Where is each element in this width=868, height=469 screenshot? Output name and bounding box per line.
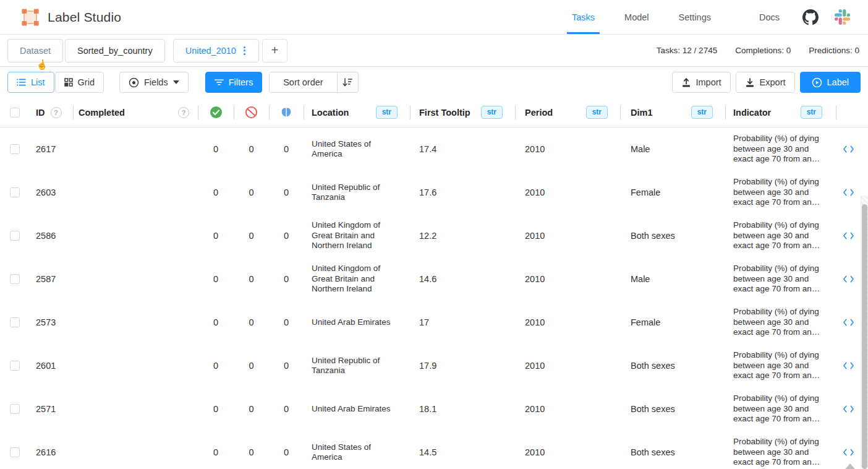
tab-sorted-by-country[interactable]: Sorted_by_country bbox=[65, 39, 165, 62]
table-row[interactable]: 2571 0 0 0 United Arab Emirates 18.1 201… bbox=[0, 387, 868, 431]
column-indicator[interactable]: Indicator bbox=[733, 108, 771, 118]
dim1-value: Female bbox=[620, 171, 725, 214]
nav-tasks[interactable]: Tasks bbox=[557, 0, 610, 34]
table-row[interactable]: 2586 0 0 0 United Kingdom of Great Brita… bbox=[0, 214, 868, 257]
table-row[interactable]: 2601 0 0 0 United Republic of Tanzania 1… bbox=[0, 344, 868, 387]
column-annotations[interactable] bbox=[198, 98, 234, 127]
row-checkbox[interactable] bbox=[10, 231, 20, 241]
app-title: Label Studio bbox=[48, 10, 121, 25]
scrollbar-thumb[interactable] bbox=[862, 204, 867, 469]
list-view-button[interactable]: List bbox=[7, 72, 54, 93]
period-value: 2010 bbox=[515, 301, 620, 344]
task-id: 2573 bbox=[30, 301, 73, 344]
fields-button[interactable]: Fields bbox=[119, 72, 189, 93]
sort-order-button[interactable]: Sort order bbox=[270, 72, 336, 92]
indicator-value: Probability (%) of dying between age 30 … bbox=[733, 437, 822, 467]
help-icon[interactable]: ? bbox=[178, 107, 189, 118]
show-source-button[interactable] bbox=[836, 214, 861, 257]
indicator-value: Probability (%) of dying between age 30 … bbox=[733, 177, 822, 207]
github-link[interactable] bbox=[794, 0, 827, 34]
slack-link[interactable] bbox=[827, 0, 858, 34]
code-icon bbox=[843, 145, 854, 153]
row-checkbox[interactable] bbox=[10, 317, 20, 327]
filters-button[interactable]: Filters bbox=[205, 72, 262, 93]
indicator-value: Probability (%) of dying between age 30 … bbox=[733, 134, 822, 164]
row-checkbox[interactable] bbox=[10, 404, 20, 414]
export-button[interactable]: Export bbox=[736, 72, 795, 93]
row-checkbox[interactable] bbox=[10, 144, 20, 154]
column-location[interactable]: Location bbox=[312, 108, 349, 118]
cancelled-count: 0 bbox=[234, 431, 269, 469]
table-row[interactable]: 2573 0 0 0 United Arab Emirates 17 2010 … bbox=[0, 301, 868, 344]
show-source-button[interactable] bbox=[836, 171, 861, 214]
tab-dataset[interactable]: Dataset ☝ bbox=[7, 39, 63, 62]
row-checkbox[interactable] bbox=[10, 187, 20, 197]
tab-menu-kebab-icon[interactable] bbox=[242, 45, 247, 56]
show-source-button[interactable] bbox=[836, 387, 861, 431]
indicator-value: Probability (%) of dying between age 30 … bbox=[733, 220, 822, 251]
column-completed[interactable]: Completed bbox=[79, 108, 125, 118]
import-button[interactable]: Import bbox=[672, 72, 731, 93]
select-all-checkbox[interactable] bbox=[10, 108, 20, 118]
table-header: ID ? Completed ? Location bbox=[0, 98, 868, 127]
tab-united-2010[interactable]: United_2010 bbox=[173, 39, 259, 62]
dim1-value: Male bbox=[620, 127, 725, 171]
github-icon bbox=[802, 9, 819, 25]
table-row[interactable]: 2603 0 0 0 United Republic of Tanzania 1… bbox=[0, 171, 868, 214]
first-tooltip-value: 14.6 bbox=[410, 257, 515, 301]
column-first-tooltip[interactable]: First Tooltip bbox=[419, 108, 470, 118]
completed-value bbox=[73, 257, 198, 301]
cancelled-count: 0 bbox=[234, 301, 269, 344]
type-badge-str: str bbox=[481, 106, 503, 119]
code-icon bbox=[843, 275, 854, 283]
vertical-scrollbar[interactable] bbox=[861, 196, 868, 469]
sort-direction-button[interactable] bbox=[337, 72, 358, 92]
code-icon bbox=[843, 232, 854, 239]
column-period[interactable]: Period bbox=[525, 108, 553, 118]
predictions-count: 0 bbox=[269, 344, 304, 387]
task-id: 2601 bbox=[30, 344, 73, 387]
column-id[interactable]: ID bbox=[36, 108, 45, 118]
location-value: United Kingdom of Great Britain and Nort… bbox=[312, 264, 398, 294]
import-icon bbox=[681, 78, 691, 87]
code-icon bbox=[843, 319, 854, 326]
predictions-count: 0 bbox=[269, 257, 304, 301]
period-value: 2010 bbox=[515, 431, 620, 469]
table-row[interactable]: 2617 0 0 0 United States of America 17.4… bbox=[0, 127, 868, 171]
grid-view-label: Grid bbox=[78, 77, 95, 87]
annotations-count: 0 bbox=[198, 344, 234, 387]
first-tooltip-value: 12.2 bbox=[410, 214, 515, 257]
location-value: United Arab Emirates bbox=[312, 317, 398, 327]
grid-view-button[interactable]: Grid bbox=[55, 72, 104, 93]
column-cancelled[interactable] bbox=[234, 98, 269, 127]
import-label: Import bbox=[696, 77, 721, 87]
column-predictions[interactable] bbox=[269, 98, 304, 127]
nav-docs[interactable]: Docs bbox=[744, 0, 794, 34]
show-source-button[interactable] bbox=[836, 301, 861, 344]
row-checkbox[interactable] bbox=[10, 274, 20, 284]
app-logo[interactable]: Label Studio bbox=[21, 8, 121, 27]
row-checkbox[interactable] bbox=[10, 361, 20, 371]
tab-label: United_2010 bbox=[185, 46, 236, 56]
first-tooltip-value: 17.4 bbox=[410, 127, 515, 171]
period-value: 2010 bbox=[515, 127, 620, 171]
period-value: 2010 bbox=[515, 344, 620, 387]
scroll-to-top-icon[interactable] bbox=[842, 463, 858, 469]
nav-model[interactable]: Model bbox=[610, 0, 664, 34]
completed-value bbox=[73, 431, 198, 469]
cancelled-count: 0 bbox=[234, 257, 269, 301]
code-icon bbox=[843, 189, 854, 196]
help-icon[interactable]: ? bbox=[51, 107, 62, 118]
table-row[interactable]: 2587 0 0 0 United Kingdom of Great Brita… bbox=[0, 257, 868, 301]
row-checkbox[interactable] bbox=[10, 447, 20, 457]
show-source-button[interactable] bbox=[836, 344, 861, 387]
show-source-button[interactable] bbox=[836, 257, 861, 301]
nav-settings[interactable]: Settings bbox=[664, 0, 726, 34]
column-dim1[interactable]: Dim1 bbox=[631, 108, 652, 118]
completed-value bbox=[73, 301, 198, 344]
label-button[interactable]: Label bbox=[800, 72, 861, 93]
show-source-button[interactable] bbox=[836, 127, 861, 171]
add-tab-button[interactable]: + bbox=[262, 39, 287, 62]
code-icon bbox=[843, 362, 854, 369]
table-row[interactable]: 2616 0 0 0 United States of America 14.5… bbox=[0, 431, 868, 469]
